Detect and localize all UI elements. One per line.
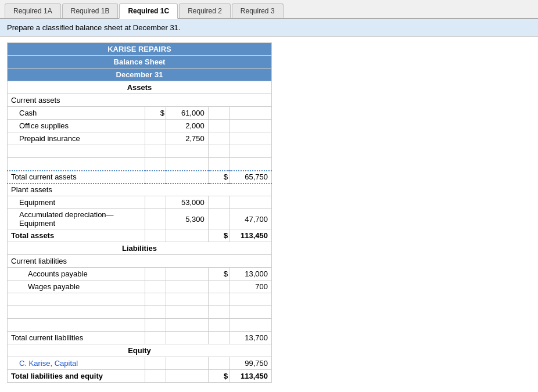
prepaid-insurance-empty-dollar <box>145 132 166 145</box>
equipment-value: 53,000 <box>166 196 209 209</box>
ap-empty-val <box>166 268 209 280</box>
company-name: KARISE REPAIRS <box>8 43 272 56</box>
capital-empty-mid <box>145 357 166 370</box>
capital-label: C. Karise, Capital <box>8 357 145 370</box>
accum-depr-empty-dollar <box>145 209 166 229</box>
prepaid-insurance-label: Prepaid insurance <box>8 132 145 145</box>
wp-empty-dollar <box>208 280 229 293</box>
total-liab-equity-dollar: $ <box>208 370 229 383</box>
total-liab-equity-label: Total liabilities and equity <box>8 370 145 383</box>
instruction-text: Prepare a classified balance sheet at De… <box>0 19 538 37</box>
office-supplies-value: 2,000 <box>166 120 209 132</box>
accounts-payable-value: 13,000 <box>229 268 272 280</box>
tcl-empty-val <box>166 332 209 344</box>
plant-assets-row: Plant assets <box>8 184 272 196</box>
total-current-liabilities-row: Total current liabilities 13,700 <box>8 332 272 344</box>
liabilities-header: Liabilities <box>8 242 272 255</box>
tca-empty-val <box>166 171 209 184</box>
sheet-title: Balance Sheet <box>8 56 272 69</box>
total-assets-value: 113,450 <box>229 229 272 242</box>
accounts-payable-label: Accounts payable <box>8 268 145 280</box>
assets-header: Assets <box>8 81 272 94</box>
assets-header-row: Assets <box>8 81 272 94</box>
cash-row: Cash $ 61,000 <box>8 107 272 120</box>
prepaid-insurance-value: 2,750 <box>166 132 209 145</box>
empty-row-1 <box>8 145 272 158</box>
cash-label: Cash <box>8 107 145 120</box>
ap-empty-mid <box>145 268 166 280</box>
plant-assets-label: Plant assets <box>8 184 272 196</box>
total-current-liabilities-label: Total current liabilities <box>8 332 145 344</box>
balance-sheet-table: KARISE REPAIRS Balance Sheet December 31… <box>7 42 272 383</box>
tab-required-3[interactable]: Required 3 <box>232 3 284 18</box>
accum-depr-empty1 <box>208 209 229 229</box>
prepaid-insurance-empty2 <box>229 132 272 145</box>
tle-empty-val <box>166 370 209 383</box>
ta-empty-val <box>166 229 209 242</box>
current-liabilities-row: Current liabilities <box>8 255 272 268</box>
office-supplies-row: Office supplies 2,000 <box>8 120 272 132</box>
office-supplies-empty2 <box>229 120 272 132</box>
current-liabilities-label: Current liabilities <box>8 255 272 268</box>
total-liab-equity-value: 113,450 <box>229 370 272 383</box>
wages-payable-row: Wages payable 700 <box>8 280 272 293</box>
tab-required-1c[interactable]: Required 1C <box>119 3 178 19</box>
company-name-row: KARISE REPAIRS <box>8 43 272 56</box>
total-current-assets-label: Total current assets <box>8 171 145 184</box>
capital-empty-dollar <box>208 357 229 370</box>
wp-empty-mid <box>145 280 166 293</box>
total-assets-row: Total assets $ 113,450 <box>8 229 272 242</box>
accum-depr-label: Accumulated depreciation—Equipment <box>8 209 145 229</box>
cash-empty2 <box>229 107 272 120</box>
accum-depr-net: 47,700 <box>229 209 272 229</box>
wages-payable-value: 700 <box>229 280 272 293</box>
equity-header-row: Equity <box>8 344 272 357</box>
tle-empty-mid <box>145 370 166 383</box>
sheet-title-row: Balance Sheet <box>8 56 272 69</box>
tcl-empty-mid <box>145 332 166 344</box>
total-current-liabilities-value: 13,700 <box>229 332 272 344</box>
tab-required-1a[interactable]: Required 1A <box>5 3 61 18</box>
office-supplies-empty1 <box>208 120 229 132</box>
liabilities-header-row: Liabilities <box>8 242 272 255</box>
tca-empty-mid <box>145 171 166 184</box>
wages-payable-label: Wages payable <box>8 280 145 293</box>
empty-row-4 <box>8 306 272 319</box>
total-current-assets-dollar: $ <box>208 171 229 184</box>
equipment-row: Equipment 53,000 <box>8 196 272 209</box>
ta-empty-mid <box>145 229 166 242</box>
tab-required-1b[interactable]: Required 1B <box>62 3 119 18</box>
accounts-payable-row: Accounts payable $ 13,000 <box>8 268 272 280</box>
wp-empty-val <box>166 280 209 293</box>
equipment-empty2 <box>229 196 272 209</box>
current-assets-label: Current assets <box>8 94 272 107</box>
empty-row-5 <box>8 319 272 332</box>
equipment-empty1 <box>208 196 229 209</box>
equipment-label: Equipment <box>8 196 145 209</box>
office-supplies-label: Office supplies <box>8 120 145 132</box>
current-assets-row: Current assets <box>8 94 272 107</box>
capital-empty-val <box>166 357 209 370</box>
tcl-empty-dollar <box>208 332 229 344</box>
capital-row: C. Karise, Capital 99,750 <box>8 357 272 370</box>
accum-depr-value: 5,300 <box>166 209 209 229</box>
total-assets-label: Total assets <box>8 229 145 242</box>
total-assets-dollar: $ <box>208 229 229 242</box>
balance-sheet-container: KARISE REPAIRS Balance Sheet December 31… <box>0 37 279 389</box>
equipment-empty-dollar <box>145 196 166 209</box>
tabs-container: Required 1A Required 1B Required 1C Requ… <box>0 0 538 19</box>
prepaid-insurance-empty1 <box>208 132 229 145</box>
accounts-payable-dollar: $ <box>208 268 229 280</box>
tab-required-2[interactable]: Required 2 <box>179 3 231 18</box>
cash-empty1 <box>208 107 229 120</box>
total-current-assets-row: Total current assets $ 65,750 <box>8 171 272 184</box>
cash-value: 61,000 <box>166 107 209 120</box>
equity-header: Equity <box>8 344 272 357</box>
prepaid-insurance-row: Prepaid insurance 2,750 <box>8 132 272 145</box>
empty-row-2 <box>8 158 272 171</box>
capital-value: 99,750 <box>229 357 272 370</box>
office-supplies-empty-dollar <box>145 120 166 132</box>
total-liab-equity-row: Total liabilities and equity $ 113,450 <box>8 370 272 383</box>
sheet-date: December 31 <box>8 69 272 81</box>
accum-depr-row: Accumulated depreciation—Equipment 5,300… <box>8 209 272 229</box>
